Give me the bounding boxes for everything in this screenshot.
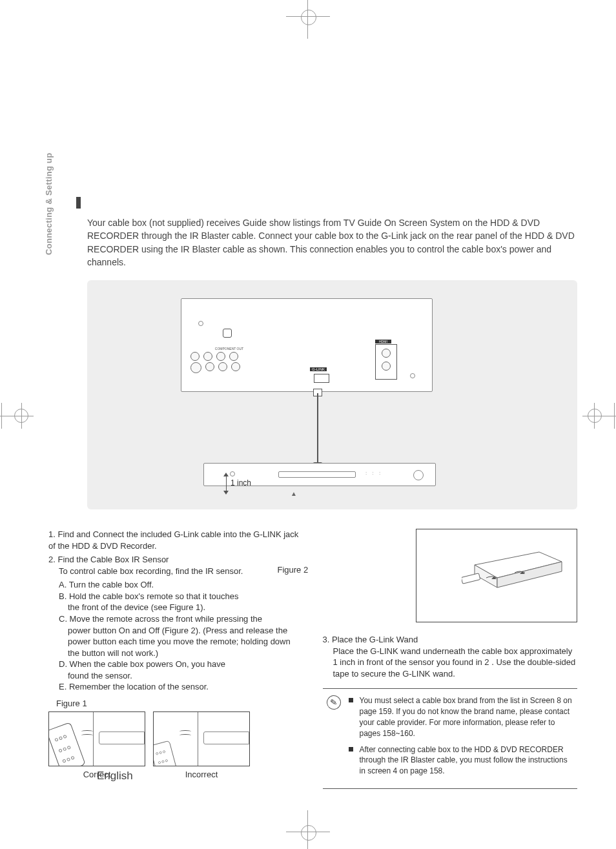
step-3-body: Place the G-LINK wand underneath the cab… <box>333 646 578 680</box>
substep-d-cont: found the sensor. <box>68 670 303 682</box>
distance-label: 1 inch <box>231 478 251 487</box>
step-1-text: Find and Connect the included G-Link cab… <box>48 529 298 551</box>
note-icon: ✎ <box>325 695 342 711</box>
step-1-number: 1. <box>48 529 56 539</box>
av-jacks: COMPONENT OUT <box>190 347 268 383</box>
step-2-body: To control cable box recording, find the… <box>59 566 303 577</box>
note-box: ✎ You must select a cable box brand from… <box>323 688 578 789</box>
note-2: After connecting cable box to the HDD & … <box>360 744 574 777</box>
step-2-number: 2. <box>48 555 56 564</box>
bullet-icon <box>349 747 353 752</box>
section-tab-label: Connecting & Setting up <box>44 152 54 255</box>
intro-paragraph: Your cable box (not supplied) receives G… <box>87 216 577 269</box>
figure-2-diagram <box>416 529 577 622</box>
substep-d: D. When the cable box powers On, you hav… <box>59 659 303 670</box>
figure-1-label: Figure 1 <box>56 698 303 710</box>
ir-cable <box>317 393 318 469</box>
figure-2-label: Figure 2 <box>278 564 309 576</box>
hdmi-port <box>375 344 397 380</box>
svg-rect-3 <box>462 573 480 584</box>
glink-port <box>314 374 329 383</box>
step-3-number: 3. <box>323 635 330 644</box>
figure-1-correct <box>48 711 145 766</box>
recorder-rear-panel: COMPONENT OUT G-LINK HDMI <box>181 298 433 392</box>
substep-a: A. Turn the cable box Off. <box>59 579 303 591</box>
step-3-title: Place the G-Link Wand <box>332 635 418 644</box>
fan-icon <box>223 329 232 338</box>
step-2-title: Find the Cable Box IR Sensor <box>57 555 169 564</box>
section-marker <box>76 197 81 209</box>
substep-e: E. Remember the location of the sensor. <box>59 681 303 693</box>
caption-incorrect: Incorrect <box>153 769 250 781</box>
bullet-icon <box>349 698 353 702</box>
substep-b-cont: the front of the device (see Figure 1). <box>68 602 303 613</box>
eject-icon: ▲ <box>291 490 297 497</box>
connection-diagram: COMPONENT OUT G-LINK HDMI : : : ▲ 1 inch <box>87 280 577 509</box>
glink-label: G-LINK <box>310 367 327 371</box>
hdmi-label: HDMI <box>375 340 391 343</box>
footer-language: English <box>97 770 133 783</box>
figure-1-incorrect <box>153 711 250 766</box>
substep-c-cont: power button On and Off (Figure 2). (Pre… <box>68 625 303 659</box>
note-1: You must select a cable box brand from t… <box>360 695 574 739</box>
substep-c: C. Move the remote across the front whil… <box>59 613 303 625</box>
substep-b: B. Hold the cable box's remote so that i… <box>59 591 303 602</box>
